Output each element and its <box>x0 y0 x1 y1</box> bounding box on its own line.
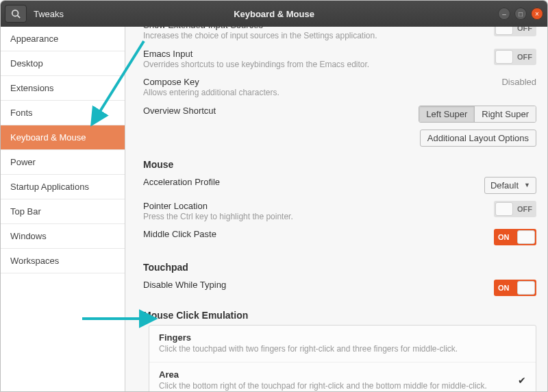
row-extended-input-sources: Show Extended Input Sources Increases th… <box>143 27 536 46</box>
emulation-fingers-title: Fingers <box>159 332 458 343</box>
window: Tweaks Keyboard & Mouse – □ × Appearance… <box>0 0 548 392</box>
sidebar-item-fonts[interactable]: Fonts <box>1 101 125 125</box>
layout-options-button[interactable]: Additional Layout Options <box>420 130 536 147</box>
emulation-fingers[interactable]: Fingers Click the touchpad with two fing… <box>149 326 536 362</box>
middle-paste-label: Middle Click Paste <box>143 229 487 239</box>
content[interactable]: Show Extended Input Sources Increases th… <box>125 27 547 391</box>
row-overview-shortcut: Overview Shortcut Left Super Right Super <box>143 103 536 127</box>
titlebar: Tweaks Keyboard & Mouse – □ × <box>1 1 547 27</box>
emacs-label: Emacs Input <box>143 49 487 59</box>
sidebar: Appearance Desktop Extensions Fonts Keyb… <box>1 27 125 391</box>
minimize-button[interactable]: – <box>498 8 510 20</box>
overview-segmented: Left Super Right Super <box>419 106 536 123</box>
section-touchpad: Touchpad <box>143 262 536 273</box>
emacs-toggle[interactable]: OFF <box>494 49 536 65</box>
row-middle-click-paste: Middle Click Paste ON <box>143 226 536 249</box>
accel-combo[interactable]: Default ▼ <box>484 177 536 194</box>
pointer-loc-label: Pointer Location <box>143 201 487 211</box>
chevron-down-icon: ▼ <box>524 182 530 188</box>
toggle-text: OFF <box>517 53 532 61</box>
close-button[interactable]: × <box>531 8 543 20</box>
emacs-desc: Overrides shortcuts to use keybindings f… <box>143 60 487 71</box>
section-click-emulation: Mouse Click Emulation <box>143 310 536 321</box>
toggle-text: ON <box>498 284 510 292</box>
app-name: Tweaks <box>34 9 64 19</box>
toggle-text: OFF <box>517 27 532 32</box>
toggle-text: OFF <box>517 205 532 213</box>
check-icon: ✔ <box>518 375 526 386</box>
emulation-area-title: Area <box>159 369 487 380</box>
sidebar-item-power[interactable]: Power <box>1 150 125 175</box>
sidebar-item-extensions[interactable]: Extensions <box>1 76 125 101</box>
overview-left-super[interactable]: Left Super <box>419 106 474 122</box>
sidebar-item-workspaces[interactable]: Workspaces <box>1 249 125 273</box>
middle-paste-toggle[interactable]: ON <box>494 229 536 245</box>
window-controls: – □ × <box>498 1 543 27</box>
svg-point-0 <box>12 10 18 16</box>
emulation-fingers-desc: Click the touchpad with two fingers for … <box>159 344 458 355</box>
row-compose-key: Compose Key Allows entering additional c… <box>143 74 536 103</box>
toggle-text: ON <box>498 233 510 241</box>
search-button[interactable] <box>5 5 27 23</box>
compose-desc: Allows entering additional characters. <box>143 88 495 99</box>
pointer-loc-desc: Press the Ctrl key to highlight the poin… <box>143 212 487 223</box>
toggle-knob <box>495 27 513 35</box>
maximize-button[interactable]: □ <box>514 8 527 20</box>
ext-sources-toggle[interactable]: OFF <box>494 27 536 36</box>
disable-typing-label: Disable While Typing <box>143 280 487 290</box>
pointer-loc-toggle[interactable]: OFF <box>494 201 536 217</box>
compose-label: Compose Key <box>143 77 495 87</box>
ext-sources-desc: Increases the choice of input sources in… <box>143 31 487 42</box>
sidebar-item-appearance[interactable]: Appearance <box>1 27 125 51</box>
sidebar-item-startup-apps[interactable]: Startup Applications <box>1 175 125 199</box>
sidebar-item-desktop[interactable]: Desktop <box>1 51 125 76</box>
page-title: Keyboard & Mouse <box>1 9 547 19</box>
accel-label: Acceleration Profile <box>143 177 477 187</box>
body: Appearance Desktop Extensions Fonts Keyb… <box>1 27 547 391</box>
compose-value[interactable]: Disabled <box>501 77 536 87</box>
search-icon <box>11 9 21 19</box>
ext-sources-label: Show Extended Input Sources <box>143 27 487 30</box>
row-disable-while-typing: Disable While Typing ON <box>143 277 536 300</box>
sidebar-item-windows[interactable]: Windows <box>1 224 125 249</box>
emulation-area-desc: Click the bottom right of the touchpad f… <box>159 381 487 391</box>
sidebar-item-top-bar[interactable]: Top Bar <box>1 199 125 224</box>
toggle-knob <box>495 50 513 64</box>
overview-right-super[interactable]: Right Super <box>474 106 536 122</box>
disable-typing-toggle[interactable]: ON <box>494 280 536 296</box>
toggle-knob <box>517 281 535 295</box>
accel-value: Default <box>490 180 519 191</box>
row-pointer-location: Pointer Location Press the Ctrl key to h… <box>143 198 536 227</box>
row-layout-options: Additional Layout Options <box>143 130 536 147</box>
sidebar-item-keyboard-mouse[interactable]: Keyboard & Mouse <box>1 125 125 150</box>
toggle-knob <box>517 230 535 244</box>
overview-label: Overview Shortcut <box>143 106 412 116</box>
toggle-knob <box>495 202 513 216</box>
row-accel-profile: Acceleration Profile Default ▼ <box>143 174 536 198</box>
section-mouse: Mouse <box>143 159 536 170</box>
click-emulation-group: Fingers Click the touchpad with two fing… <box>149 325 536 391</box>
row-emacs-input: Emacs Input Overrides shortcuts to use k… <box>143 46 536 75</box>
emulation-area[interactable]: Area Click the bottom right of the touch… <box>149 362 536 391</box>
svg-line-1 <box>18 16 21 19</box>
